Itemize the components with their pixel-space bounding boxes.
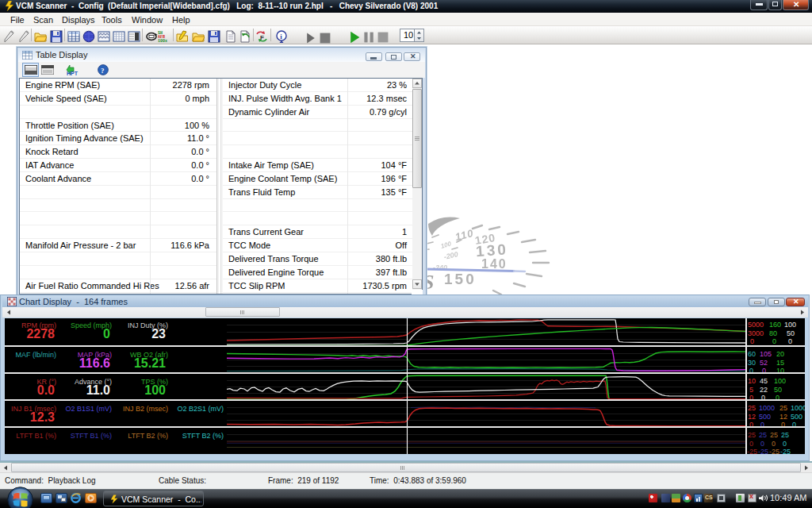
svg-text:110: 110: [454, 227, 475, 243]
svg-text:F: F: [260, 34, 264, 41]
svg-text:-200: -200: [443, 250, 459, 261]
svg-text:100: 100: [440, 240, 453, 249]
svg-text:150: 150: [444, 271, 477, 287]
svg-text:?: ?: [101, 67, 105, 75]
svg-text:HPT: HPT: [67, 71, 79, 76]
svg-text:140: 140: [481, 257, 508, 271]
svg-text:100x: 100x: [158, 39, 167, 43]
